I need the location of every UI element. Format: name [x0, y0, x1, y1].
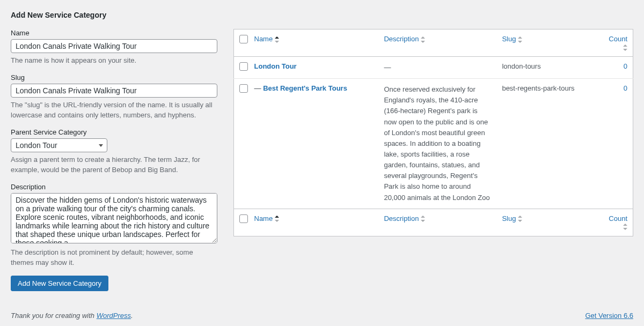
row-checkbox[interactable] [239, 62, 248, 71]
row-title-link[interactable]: Best Regent's Park Tours [263, 84, 347, 92]
footer-thanks-post: . [131, 312, 133, 320]
col-name-bottom[interactable]: Name [254, 214, 280, 223]
parent-label: Parent Service Category [11, 128, 217, 136]
name-help: The name is how it appears on your site. [11, 55, 217, 66]
row-description: Once reserved exclusively for England's … [378, 79, 496, 209]
col-name-top[interactable]: Name [254, 35, 280, 43]
sort-indicator-icon [421, 36, 425, 43]
select-all-bottom[interactable] [239, 214, 248, 223]
sort-indicator-icon [275, 36, 279, 43]
description-textarea[interactable]: Discover the hidden gems of London's his… [11, 193, 217, 243]
footer-thanks-pre: Thank you for creating with [11, 312, 97, 320]
select-all-top[interactable] [239, 35, 248, 43]
slug-label: Slug [11, 73, 217, 82]
admin-footer: Thank you for creating with WordPress. G… [0, 305, 644, 326]
sort-indicator-icon [623, 45, 627, 51]
slug-input[interactable] [11, 84, 217, 98]
wordpress-link[interactable]: WordPress [97, 312, 131, 320]
row-prefix: — [254, 84, 264, 92]
row-title-link[interactable]: London Tour [254, 62, 297, 70]
add-category-form: Name The name is how it appears on your … [11, 29, 217, 291]
sort-indicator-icon [518, 36, 522, 43]
categories-table: Name Description Slug Count London Tour … [233, 29, 633, 236]
sort-indicator-icon [518, 216, 522, 222]
table-row: London Tour — london-tours 0 [234, 57, 633, 79]
col-description-top[interactable]: Description [384, 35, 425, 43]
row-count-link[interactable]: 0 [624, 62, 627, 70]
row-slug: best-regents-park-tours [496, 79, 601, 209]
description-help: The description is not prominent by defa… [11, 247, 217, 268]
parent-help: Assign a parent term to create a hierarc… [11, 154, 217, 175]
col-slug-bottom[interactable]: Slug [502, 214, 522, 223]
sort-indicator-icon [275, 216, 279, 222]
description-label: Description [11, 183, 217, 191]
page-title: Add New Service Category [11, 11, 633, 19]
row-slug: london-tours [496, 57, 601, 79]
name-label: Name [11, 29, 217, 37]
col-count-top[interactable]: Count [609, 35, 627, 51]
parent-select[interactable]: London Tour [11, 138, 107, 152]
add-category-button[interactable]: Add New Service Category [11, 276, 108, 291]
col-description-bottom[interactable]: Description [384, 214, 425, 223]
sort-indicator-icon [623, 224, 627, 230]
row-count-link[interactable]: 0 [624, 84, 627, 92]
row-checkbox[interactable] [239, 84, 248, 93]
row-description: — [378, 57, 496, 79]
col-count-bottom[interactable]: Count [609, 214, 627, 231]
version-link[interactable]: Get Version 6.6 [585, 312, 633, 320]
table-row: — Best Regent's Park Tours Once reserved… [234, 79, 633, 209]
name-input[interactable] [11, 39, 217, 53]
slug-help: The "slug" is the URL-friendly version o… [11, 100, 217, 121]
col-slug-top[interactable]: Slug [502, 35, 522, 43]
sort-indicator-icon [421, 216, 425, 222]
